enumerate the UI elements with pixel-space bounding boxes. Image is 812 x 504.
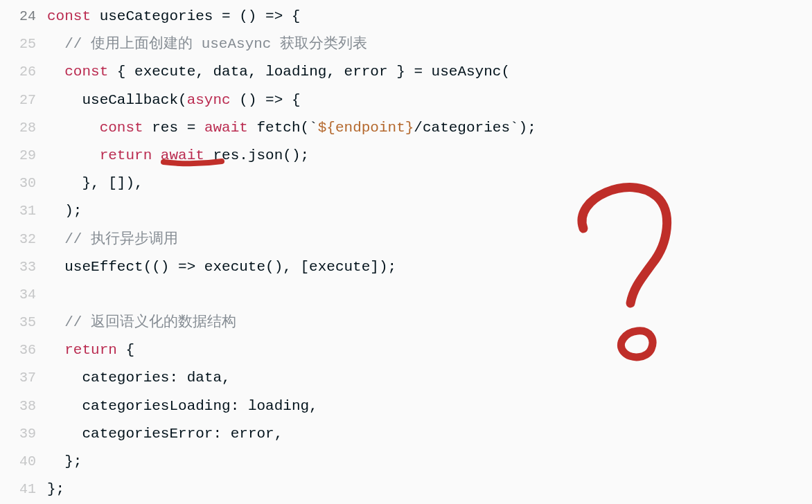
token-id: loading — [265, 64, 326, 80]
token-pun: } = — [388, 64, 432, 80]
token-pun — [204, 147, 213, 163]
token-id: loading — [248, 398, 309, 414]
token-pun: : — [169, 370, 186, 386]
token-pun: , — [248, 64, 265, 80]
token-id: categoriesLoading — [82, 398, 230, 414]
code-line: 36 return { — [0, 336, 812, 364]
line-code: }, []), — [47, 170, 812, 197]
line-number: 26 — [0, 58, 47, 86]
code-line: 30 }, []), — [0, 170, 812, 197]
code-editor: 24const useCategories = () => {25 // 使用上… — [0, 0, 812, 504]
line-code: useEffect(() => execute(), [execute]); — [47, 253, 812, 281]
token-pun — [47, 342, 64, 358]
token-pun — [47, 147, 100, 163]
token-id: categoriesError — [82, 426, 213, 442]
line-number: 40 — [0, 448, 47, 476]
token-kw: await — [161, 147, 204, 163]
line-number: 27 — [0, 87, 47, 114]
code-line: 41}; — [0, 476, 812, 503]
line-code: const res = await fetch(`${endpoint}/cat… — [47, 114, 812, 142]
token-pun: (() => — [143, 259, 204, 275]
token-pun — [47, 36, 64, 52]
line-number: 24 — [0, 3, 47, 30]
code-line: 39 categoriesError: error, — [0, 420, 812, 448]
token-pun — [47, 370, 82, 386]
token-pun: : — [231, 398, 248, 414]
token-id: data — [187, 370, 222, 386]
code-line: 38 categoriesLoading: loading, — [0, 393, 812, 420]
token-pun: ( — [178, 92, 187, 108]
line-number: 25 — [0, 30, 47, 58]
token-pun: (` — [301, 120, 318, 136]
token-pun: `); — [510, 120, 536, 136]
line-code: useCallback(async () => { — [47, 87, 812, 114]
token-pun: = () => { — [213, 8, 300, 24]
token-cmt: // 使用上面创建的 useAsync 获取分类列表 — [64, 36, 367, 52]
token-pun: , — [195, 64, 213, 80]
code-line: 24const useCategories = () => { — [0, 3, 812, 30]
token-pun: }; — [47, 453, 82, 469]
token-fn: useEffect — [64, 259, 143, 275]
code-line: 26 const { execute, data, loading, error… — [0, 58, 812, 86]
line-code: categoriesError: error, — [47, 420, 812, 448]
token-pun: , — [309, 398, 318, 414]
line-code: const { execute, data, loading, error } … — [47, 58, 812, 86]
token-kw: await — [204, 120, 248, 136]
token-id: error — [231, 426, 274, 442]
token-inter: ${endpoint} — [318, 120, 414, 136]
token-kw: return — [100, 147, 152, 163]
line-number: 38 — [0, 393, 47, 420]
token-str: /categories — [414, 120, 510, 136]
token-pun: , — [326, 64, 344, 80]
token-id: execute — [134, 64, 195, 80]
line-number: 41 — [0, 476, 47, 503]
token-pun: ]); — [370, 259, 396, 275]
token-pun: (); — [283, 147, 309, 163]
token-fn: useCallback — [82, 92, 178, 108]
token-pun — [47, 231, 64, 247]
token-kw: return — [64, 342, 117, 358]
code-line: 40 }; — [0, 448, 812, 476]
token-pun: { — [108, 64, 134, 80]
line-code: }; — [47, 476, 812, 503]
token-pun: }, []), — [47, 175, 143, 191]
token-kw: async — [187, 92, 231, 108]
code-line: 32 // 执行异步调用 — [0, 226, 812, 253]
token-pun: ); — [47, 203, 82, 219]
line-code: categories: data, — [47, 364, 812, 392]
token-pun: () => { — [231, 92, 301, 108]
token-cmt: // 返回语义化的数据结构 — [64, 314, 236, 330]
code-line: 34 — [0, 281, 812, 309]
token-fn: fetch — [257, 120, 301, 136]
line-number: 36 — [0, 336, 47, 364]
code-line: 29 return await res.json(); — [0, 142, 812, 170]
token-kw: const — [100, 120, 143, 136]
token-pun: (), [ — [265, 259, 309, 275]
token-pun: . — [239, 147, 248, 163]
line-number: 30 — [0, 170, 47, 197]
line-code: // 执行异步调用 — [47, 226, 812, 253]
token-pun: = — [178, 120, 204, 136]
code-line: 28 const res = await fetch(`${endpoint}/… — [0, 114, 812, 142]
line-number: 31 — [0, 197, 47, 225]
token-kw: const — [47, 8, 91, 24]
code-line: 37 categories: data, — [0, 364, 812, 392]
line-number: 33 — [0, 253, 47, 281]
token-fn: useAsync — [432, 64, 502, 80]
token-pun — [248, 120, 257, 136]
line-code: ); — [47, 197, 812, 225]
token-pun — [143, 120, 152, 136]
token-pun — [47, 92, 82, 108]
line-number: 29 — [0, 142, 47, 170]
line-number: 34 — [0, 281, 47, 309]
token-id: useCategories — [100, 8, 213, 24]
line-code: // 使用上面创建的 useAsync 获取分类列表 — [47, 30, 812, 58]
token-pun: { — [117, 342, 134, 358]
token-pun: , — [222, 370, 231, 386]
code-line: 31 ); — [0, 197, 812, 225]
token-pun: : — [213, 426, 230, 442]
code-line: 27 useCallback(async () => { — [0, 87, 812, 114]
token-pun — [47, 398, 82, 414]
code-line: 35 // 返回语义化的数据结构 — [0, 309, 812, 336]
token-pun — [91, 8, 100, 24]
